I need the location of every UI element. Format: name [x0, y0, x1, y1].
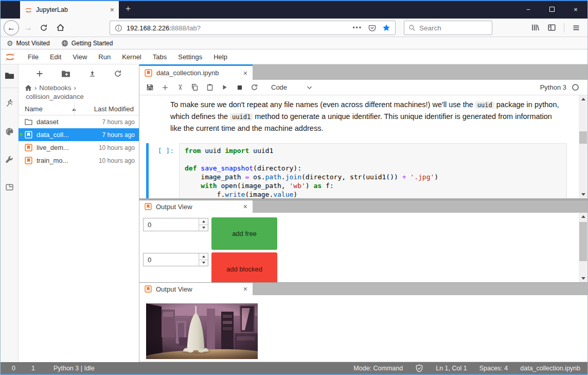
cell-prompt: [ ]: — [152, 147, 174, 155]
new-folder-button[interactable] — [61, 70, 70, 78]
kernels-count[interactable]: 1 — [31, 365, 35, 372]
scrollbar-thumb[interactable] — [579, 222, 587, 261]
activity-bar — [1, 64, 19, 362]
command-palette-icon[interactable] — [1, 127, 18, 136]
file-row-live_dem[interactable]: live_dem...10 hours ago — [19, 141, 139, 154]
home-breadcrumb-icon[interactable] — [25, 84, 32, 91]
minimize-button[interactable]: − — [516, 0, 540, 19]
notebook-icon — [25, 144, 33, 151]
file-row-train_mo[interactable]: train_mo...10 hours ago — [19, 154, 139, 167]
file-row-dataset[interactable]: dataset7 hours ago — [19, 115, 139, 128]
breadcrumb: › Notebooks › collision_avoidance — [19, 83, 139, 103]
output-view-2-tab[interactable]: Output View × — [139, 283, 253, 295]
files-tab-icon[interactable] — [1, 72, 18, 80]
cursor-position[interactable]: Ln 1, Col 1 — [436, 365, 467, 372]
running-sessions-icon[interactable] — [1, 98, 18, 108]
open-tabs-icon[interactable] — [1, 183, 18, 192]
stop-kernel-button[interactable] — [232, 81, 247, 94]
scroll-up-icon[interactable] — [579, 213, 587, 220]
insert-cell-button[interactable] — [157, 81, 172, 94]
scrollbar-thumb[interactable] — [579, 131, 587, 144]
bookmark-getting-started[interactable]: Getting Started — [61, 40, 113, 47]
file-row-data_coll[interactable]: data_coll...7 hours ago — [19, 128, 139, 141]
kernel-indicator[interactable]: Python 3 — [540, 83, 584, 91]
tab-close-icon[interactable]: × — [110, 6, 114, 14]
spinner-up-button[interactable] — [199, 253, 208, 260]
output-view-1-tab[interactable]: Output View × — [139, 200, 253, 213]
code-line: with open(image_path, 'wb') as f: — [185, 181, 561, 190]
kernel-status-text[interactable]: Python 3 | Idle — [54, 365, 95, 372]
restart-kernel-button[interactable] — [247, 81, 262, 94]
bookmark-most-visited[interactable]: ⚙ Most Visited — [7, 40, 50, 47]
file-modified: 10 hours ago — [99, 157, 135, 164]
spinner-down-button[interactable] — [199, 225, 208, 231]
notebook-content[interactable]: To make sure we don't repeat any file na… — [139, 95, 587, 198]
menu-tabs[interactable]: Tabs — [147, 53, 172, 61]
column-last-modified[interactable]: Last Modified — [94, 105, 139, 113]
scroll-down-icon[interactable] — [579, 191, 587, 198]
code-cell[interactable]: [ ]: from uuid import uuid1def save_snap… — [146, 143, 567, 198]
cell-type-dropdown[interactable]: Code — [267, 83, 316, 91]
pocket-icon[interactable] — [368, 24, 376, 32]
markdown-cell[interactable]: To make sure we don't repeat any file na… — [170, 99, 564, 134]
new-tab-button[interactable]: + — [126, 4, 131, 14]
sidebars-icon[interactable] — [547, 23, 556, 32]
paste-cells-button[interactable] — [202, 81, 217, 94]
forward-button[interactable]: → — [23, 23, 33, 32]
maximize-button[interactable] — [540, 0, 564, 19]
output-view-1-close-icon[interactable]: × — [243, 202, 247, 211]
bookmark-star-icon[interactable] — [382, 24, 390, 32]
browser-tab-jupyterlab[interactable]: JupyterLab × — [20, 1, 119, 19]
toolbar-right — [531, 19, 580, 37]
site-info-icon[interactable] — [115, 24, 122, 32]
search-box[interactable]: Search — [404, 21, 492, 35]
breadcrumb-notebooks[interactable]: Notebooks — [39, 83, 71, 92]
free-count-spinner[interactable]: 0 — [143, 218, 208, 231]
menu-kernel[interactable]: Kernel — [116, 53, 147, 61]
save-button[interactable] — [142, 81, 157, 94]
scroll-up-icon[interactable] — [579, 95, 587, 103]
menu-edit[interactable]: Edit — [44, 53, 67, 61]
library-icon[interactable] — [531, 23, 540, 32]
refresh-button[interactable] — [114, 70, 122, 78]
output-view-2-close-icon[interactable]: × — [243, 285, 247, 293]
upload-button[interactable] — [88, 70, 96, 78]
add-blocked-button[interactable]: add blocked — [211, 252, 277, 282]
menu-view[interactable]: View — [67, 53, 93, 61]
notebook-scrollbar[interactable] — [579, 95, 587, 198]
run-cell-button[interactable] — [217, 81, 232, 94]
browser-window: JupyterLab × + − × ← → — [0, 0, 588, 375]
menu-run[interactable]: Run — [93, 53, 116, 61]
property-inspector-icon[interactable] — [1, 155, 18, 164]
add-free-button[interactable]: add free — [211, 217, 277, 250]
notebook-tab-close-icon[interactable]: × — [243, 69, 247, 77]
copy-cells-button[interactable] — [187, 81, 202, 94]
menu-file[interactable]: File — [22, 53, 44, 61]
tab-spaces-indicator[interactable]: Spaces: 4 — [479, 365, 508, 372]
notebook-icon — [145, 69, 152, 77]
command-mode-indicator[interactable]: Mode: Command — [353, 365, 403, 372]
spinner-down-button[interactable] — [199, 260, 208, 266]
notebook-tab[interactable]: data_collection.ipynb × — [139, 64, 253, 80]
url-bar[interactable]: 192.168.2.226:8888/lab? ••• — [110, 21, 396, 35]
cut-cells-button[interactable]: ✂ — [174, 80, 186, 95]
terminals-count[interactable]: 0 — [12, 365, 15, 372]
reload-button[interactable] — [38, 22, 50, 34]
code-editor[interactable]: from uuid import uuid1def save_snapshot(… — [179, 143, 567, 198]
new-launcher-button[interactable] — [35, 70, 44, 78]
back-button[interactable]: ← — [4, 20, 19, 36]
home-button[interactable] — [54, 22, 66, 34]
scroll-down-icon[interactable] — [579, 275, 587, 282]
menu-help[interactable]: Help — [208, 53, 233, 61]
page-actions-icon[interactable]: ••• — [352, 24, 362, 31]
spinner-up-button[interactable] — [199, 218, 208, 225]
menu-settings[interactable]: Settings — [172, 53, 208, 61]
window-close-button[interactable]: × — [564, 0, 587, 19]
jupyterlab-menubar: FileEditViewRunKernelTabsSettingsHelp — [1, 49, 587, 64]
inline-code: uuid — [475, 101, 494, 109]
menu-hamburger-icon[interactable] — [572, 24, 580, 32]
column-name[interactable]: Name — [19, 105, 43, 113]
status-bar: 0 1 Python 3 | Idle Mode: Command Ln 1, … — [1, 362, 587, 375]
blocked-count-spinner[interactable]: 0 — [143, 253, 208, 266]
output-view-1-scrollbar[interactable] — [579, 213, 587, 282]
